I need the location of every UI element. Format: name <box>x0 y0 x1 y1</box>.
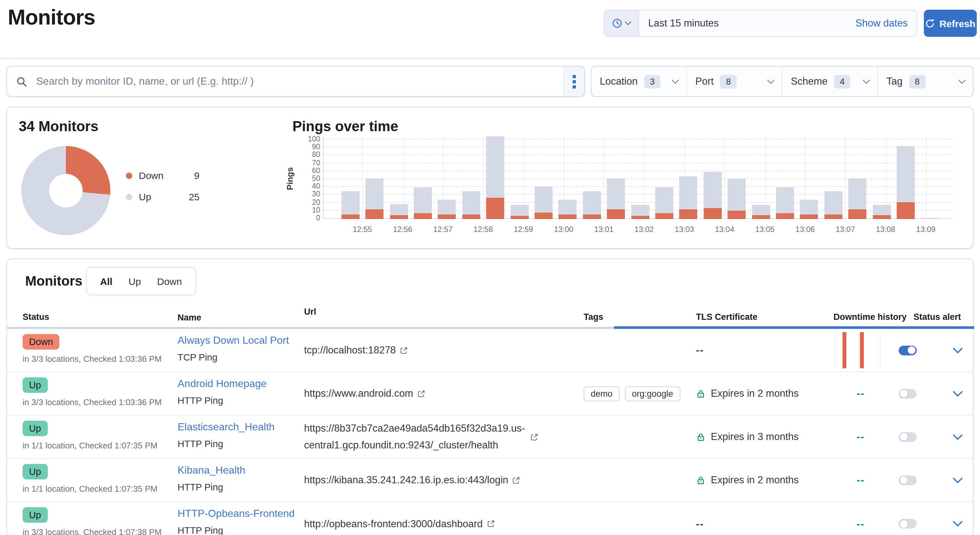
status-alert-toggle[interactable] <box>899 519 917 529</box>
y-tick-label: 90 <box>292 143 320 150</box>
x-tick-label: 13:05 <box>755 225 775 234</box>
monitor-url[interactable]: tcp://localhost:18278 <box>304 342 396 359</box>
tab-all[interactable]: All <box>100 276 112 287</box>
status-cell: Down in 3/3 locations, Checked 1:03:36 P… <box>7 329 171 372</box>
x-tick-label: 12:56 <box>393 225 412 234</box>
pings-bar-chart <box>338 136 942 219</box>
up-dot-icon <box>126 193 132 200</box>
quick-select-button[interactable] <box>604 10 639 36</box>
expand-cell <box>943 329 973 372</box>
filter-tag[interactable]: Tag 8 <box>877 67 973 96</box>
tag-chip[interactable]: demo <box>584 386 620 401</box>
table-row: Up in 1/1 location, Checked 1:07:35 PM K… <box>7 459 974 502</box>
monitors-table-panel: Monitors All Up Down Status Name Url Tag… <box>6 259 974 535</box>
table-row: Up in 1/1 location, Checked 1:07:35 PM E… <box>7 415 974 459</box>
search-icon <box>7 76 31 87</box>
legend-item-up: Up 25 <box>126 191 199 202</box>
ping-bar <box>410 187 435 219</box>
y-tick-label: 70 <box>292 159 320 166</box>
monitor-link[interactable]: Android Homepage <box>178 378 298 390</box>
gridline <box>926 136 926 219</box>
x-tick-label: 12:58 <box>474 225 493 234</box>
ping-bar <box>508 205 531 219</box>
x-tick-label: 13:09 <box>916 225 935 234</box>
lock-icon <box>696 432 706 442</box>
monitor-url[interactable]: http://opbeans-frontend:3000/dashboard <box>304 515 482 532</box>
status-alert-toggle[interactable] <box>899 475 917 485</box>
legend-label: Down <box>139 170 164 181</box>
external-link-icon[interactable] <box>530 433 538 441</box>
external-link-icon[interactable] <box>487 519 495 528</box>
name-cell: Elasticsearch_Health HTTP Ping <box>171 415 298 458</box>
time-picker[interactable]: Last 15 minutes Show dates <box>604 10 917 37</box>
ping-bar <box>363 178 387 219</box>
show-dates-link[interactable]: Show dates <box>855 18 908 29</box>
expand-row-chevron-icon[interactable] <box>953 521 963 527</box>
monitor-url[interactable]: https://www.android.com <box>304 385 413 402</box>
x-tick-label: 13:02 <box>634 225 654 234</box>
refresh-button[interactable]: Refresh <box>924 10 977 37</box>
expand-cell <box>943 459 973 501</box>
monitor-link[interactable]: Always Down Local Port <box>178 335 298 347</box>
tab-down[interactable]: Down <box>157 276 182 287</box>
expand-row-chevron-icon[interactable] <box>953 434 963 440</box>
monitor-type: TCP Ping <box>178 352 298 363</box>
x-tick-label: 13:00 <box>554 225 573 234</box>
monitor-link[interactable]: Kibana_Health <box>178 465 298 476</box>
query-language-menu-button[interactable] <box>563 67 584 96</box>
url-cell: https://www.android.com <box>298 372 577 415</box>
status-alert-toggle[interactable] <box>899 345 917 355</box>
filter-port[interactable]: Port 8 <box>686 67 782 96</box>
legend-item-down: Down 9 <box>126 170 199 181</box>
expand-row-chevron-icon[interactable] <box>953 477 963 483</box>
name-cell: Kibana_Health HTTP Ping <box>171 459 298 501</box>
time-range-display[interactable]: Last 15 minutes Show dates <box>639 10 917 36</box>
expand-row-chevron-icon[interactable] <box>953 347 963 353</box>
filter-count-badge: 4 <box>834 75 851 88</box>
monitor-link[interactable]: Elasticsearch_Health <box>178 421 298 433</box>
downtime-cell: -- <box>827 372 892 415</box>
legend-value: 9 <box>194 170 199 181</box>
tls-expiry: Expires in 2 months <box>711 388 799 399</box>
filter-scheme[interactable]: Scheme 4 <box>782 67 877 96</box>
y-tick-label: 50 <box>292 174 320 182</box>
ping-bar <box>749 205 773 219</box>
tags-cell: demo org:google <box>577 372 689 415</box>
ping-bar <box>338 192 363 219</box>
status-alert-toggle[interactable] <box>899 432 917 442</box>
monitor-url[interactable]: https://kibana.35.241.242.16.ip.es.io:44… <box>304 472 508 489</box>
x-tick-label: 13:06 <box>795 225 815 234</box>
ping-bar <box>725 179 749 219</box>
name-cell: Android Homepage HTTP Ping <box>171 372 298 415</box>
monitor-url[interactable]: https://8b37cb7ca2ae49ada54db165f32d3a19… <box>304 420 526 454</box>
ping-bar <box>459 192 483 219</box>
downtime-cell: -- <box>827 459 892 501</box>
url-cell: http://opbeans-frontend:3000/dashboard <box>298 502 577 535</box>
downtime-empty-value: -- <box>857 474 865 486</box>
table-section-title: Monitors <box>25 273 82 289</box>
external-link-icon[interactable] <box>399 346 408 355</box>
monitor-link[interactable]: HTTP-Opbeans-Frontend <box>178 508 298 519</box>
col-header-name: Name <box>171 307 298 329</box>
status-badge: Down <box>22 334 59 350</box>
search-input[interactable] <box>31 76 563 87</box>
status-alert-toggle[interactable] <box>899 389 917 398</box>
tls-cell: Expires in 2 months <box>689 372 827 415</box>
tag-chip[interactable]: org:google <box>625 386 681 401</box>
external-link-icon[interactable] <box>512 476 521 484</box>
refresh-label: Refresh <box>939 18 975 29</box>
name-cell: HTTP-Opbeans-Frontend HTTP Ping <box>171 502 298 535</box>
expand-row-chevron-icon[interactable] <box>953 391 963 396</box>
filter-label: Scheme <box>791 76 828 87</box>
external-link-icon[interactable] <box>417 389 425 398</box>
ping-bar <box>628 205 652 219</box>
x-tick-label: 12:59 <box>514 225 533 234</box>
filter-location[interactable]: Location 3 <box>591 67 686 96</box>
downtime-cell <box>827 329 892 372</box>
url-cell: https://kibana.35.241.242.16.ip.es.io:44… <box>298 459 577 501</box>
y-tick-label: 40 <box>292 182 320 190</box>
monitor-search-bar[interactable] <box>6 66 585 97</box>
tab-up[interactable]: Up <box>129 276 141 287</box>
ping-bar <box>580 192 604 219</box>
ping-bar <box>918 217 942 219</box>
